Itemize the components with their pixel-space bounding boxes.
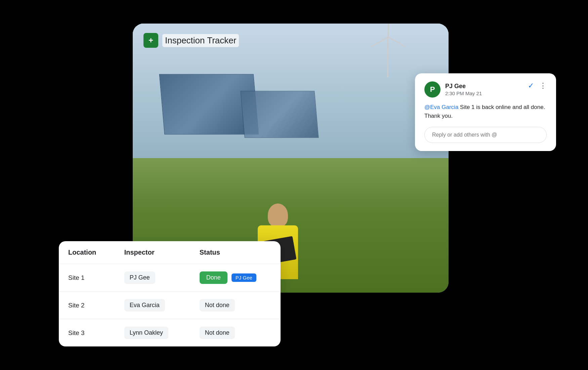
column-header-location: Location <box>59 241 115 264</box>
cell-status: Done PJ Gee <box>190 264 281 292</box>
comment-actions: ✓ ⋮ <box>528 81 547 90</box>
table-row: Site 3 Lynn Oakley Not done <box>59 319 281 347</box>
inspector-badge: Eva Garcia <box>124 299 165 311</box>
person-head <box>268 204 288 227</box>
comment-body: @Eva Garcia Site 1 is back online and al… <box>424 103 547 120</box>
comment-username: PJ Gee <box>445 83 482 90</box>
turbine-pole <box>387 37 388 77</box>
inspector-badge: PJ Gee <box>124 271 155 284</box>
checkmark-icon[interactable]: ✓ <box>528 81 534 90</box>
solar-panel-2 <box>240 91 319 138</box>
user-tag: PJ Gee <box>232 273 256 282</box>
table-body: Site 1 PJ Gee Done PJ Gee Site 2 Eva Ga <box>59 264 281 347</box>
app-title: Inspection Tracker <box>162 34 239 47</box>
status-not-done-badge: Not done <box>200 327 235 339</box>
column-header-inspector: Inspector <box>115 241 190 264</box>
avatar: P <box>424 81 440 98</box>
cell-inspector: Lynn Oakley <box>115 319 190 347</box>
status-not-done-badge: Not done <box>200 299 235 311</box>
reply-input[interactable] <box>424 127 547 143</box>
cell-inspector: PJ Gee <box>115 264 190 292</box>
status-done-badge: Done <box>200 271 227 284</box>
cell-location: Site 1 <box>59 264 115 292</box>
app-header: + Inspection Tracker <box>143 33 239 48</box>
table-header: Location Inspector Status <box>59 241 281 264</box>
turbine-blade-1 <box>388 24 389 37</box>
wind-turbine <box>374 37 401 84</box>
inspection-table: Location Inspector Status Site 1 PJ Gee … <box>59 241 281 346</box>
more-options-icon[interactable]: ⋮ <box>539 81 547 90</box>
comment-user-info: PJ Gee 2:30 PM May 21 <box>445 83 482 96</box>
comment-user-area: P PJ Gee 2:30 PM May 21 <box>424 81 482 98</box>
table-row: Site 2 Eva Garcia Not done <box>59 292 281 319</box>
cell-status: Not done <box>190 292 281 319</box>
column-header-status: Status <box>190 241 281 264</box>
comment-header: P PJ Gee 2:30 PM May 21 ✓ ⋮ <box>424 81 547 98</box>
cell-location: Site 3 <box>59 319 115 347</box>
inspection-table-card: Location Inspector Status Site 1 PJ Gee … <box>59 241 281 346</box>
comment-card: P PJ Gee 2:30 PM May 21 ✓ ⋮ @Eva Garcia … <box>415 73 556 151</box>
status-cell: Done PJ Gee <box>200 271 271 284</box>
app-icon: + <box>143 33 158 48</box>
table-row: Site 1 PJ Gee Done PJ Gee <box>59 264 281 292</box>
cell-status: Not done <box>190 319 281 347</box>
inspector-badge: Lynn Oakley <box>124 327 168 339</box>
cell-location: Site 2 <box>59 292 115 319</box>
comment-timestamp: 2:30 PM May 21 <box>445 90 482 96</box>
comment-mention: @Eva Garcia <box>424 104 458 110</box>
cell-inspector: Eva Garcia <box>115 292 190 319</box>
scene: + Inspection Tracker P PJ Gee 2:30 PM Ma… <box>59 24 529 346</box>
